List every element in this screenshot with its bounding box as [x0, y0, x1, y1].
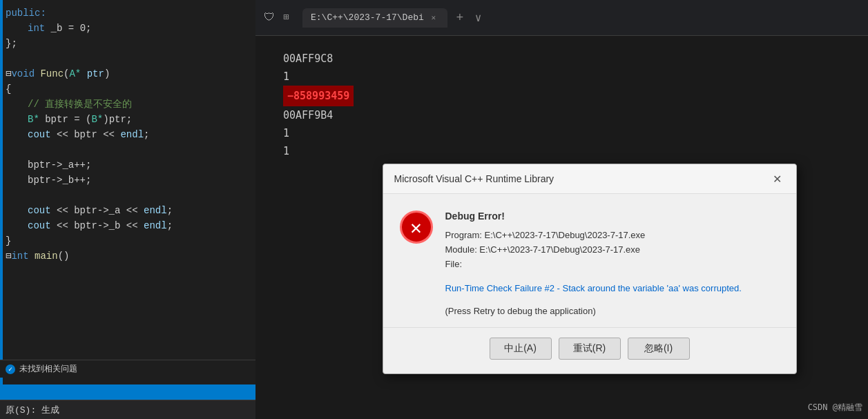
tab-close-button[interactable]: ✕ — [428, 12, 439, 23]
code-token: // 直接转换是不安全的 — [28, 97, 132, 112]
code-line: ⊟ void Func ( A* ptr ) — [0, 66, 255, 81]
code-editor-panel: public: int _b = 0; }; ⊟ void Func ( A* … — [0, 0, 255, 419]
code-token: endl — [144, 203, 167, 218]
code-token: }; — [6, 36, 17, 51]
tab-menu-icon[interactable]: ∨ — [475, 11, 482, 25]
csdn-watermark: CSDN @精融雪 — [808, 402, 862, 413]
code-line: }; — [0, 36, 255, 51]
code-token: cout — [28, 203, 51, 218]
code-token: main — [35, 249, 58, 264]
code-token: () — [58, 249, 70, 264]
console-line: 1 — [283, 124, 840, 142]
dialog-program-line: Program: E:\C++\2023-7-17\Debug\2023-7-1… — [445, 228, 780, 271]
code-line: cout << bptr->_a << endl ; — [0, 203, 255, 218]
console-line: 1 — [283, 142, 840, 160]
console-line: 00AFF9B4 — [283, 106, 840, 124]
code-token: } — [6, 233, 11, 249]
code-line: bptr->_a++; — [0, 157, 255, 173]
code-token: A* — [69, 66, 81, 81]
code-token: endl — [120, 127, 144, 142]
code-line: // 直接转换是不安全的 — [0, 97, 255, 112]
error-dialog: Microsoft Visual C++ Runtime Library ✕ ✕… — [383, 164, 797, 373]
code-line — [0, 51, 255, 66]
code-line — [0, 188, 255, 203]
code-token: ptr — [81, 66, 104, 81]
code-token: B* — [28, 112, 39, 127]
code-token: bptr->_b++; — [28, 173, 91, 188]
error-icon: ✕ — [400, 211, 433, 244]
code-line: public: — [0, 6, 255, 21]
code-token: int — [28, 21, 45, 36]
dialog-error-message: Run-Time Check Failure #2 - Stack around… — [445, 282, 780, 296]
code-token: endl — [144, 218, 167, 233]
new-tab-button[interactable]: + — [450, 8, 470, 28]
code-token: { — [6, 81, 11, 97]
code-token: public: — [6, 6, 46, 21]
file-text: File: — [445, 259, 463, 269]
abort-button[interactable]: 中止(A) — [490, 338, 552, 360]
status-item: ✓ 未找到相关问题 — [0, 360, 255, 378]
retry-button[interactable]: 重试(R) — [559, 338, 621, 360]
console-line: 00AFF9C8 — [283, 50, 840, 68]
dialog-close-button[interactable]: ✕ — [770, 171, 785, 186]
dialog-buttons: 中止(A) 重试(R) 忽略(I) — [383, 327, 796, 373]
code-line: ⊟ int main () — [0, 249, 255, 264]
code-token: bptr->_a++; — [28, 157, 91, 173]
dialog-title: Microsoft Visual C++ Runtime Library — [394, 173, 554, 184]
code-line: B* bptr = ( B* )ptr; — [0, 112, 255, 127]
code-token: ⊟ — [6, 249, 11, 264]
code-token: << bptr->_a << — [51, 203, 144, 218]
browser-tab[interactable]: E:\C++\2023-7-17\Debi ✕ — [302, 8, 447, 28]
code-token: ; — [144, 127, 149, 142]
code-token: << bptr->_b << — [51, 218, 144, 233]
generation-bar: 原(S): 生成 — [0, 400, 255, 419]
code-line: int _b = 0; — [0, 21, 255, 36]
dialog-text-area: Debug Error! Program: E:\C++\2023-7-17\D… — [445, 211, 780, 315]
status-area: ✓ 未找到相关问题 — [0, 360, 255, 378]
module-text: Module: E:\C++\2023-7-17\Debug\2023-7-17… — [445, 244, 641, 255]
console-line-highlighted: −858993459 — [283, 86, 840, 106]
code-line: cout << bptr->_b << endl ; — [0, 218, 255, 233]
tab-bar: E:\C++\2023-7-17\Debi ✕ + ∨ — [302, 6, 481, 30]
ignore-button[interactable]: 忽略(I) — [628, 338, 690, 360]
code-line — [0, 142, 255, 157]
code-line: { — [0, 81, 255, 97]
code-content: public: int _b = 0; }; ⊟ void Func ( A* … — [0, 0, 255, 269]
code-token: ⊟ — [6, 66, 11, 81]
status-dot: ✓ — [6, 364, 15, 374]
code-token: ) — [104, 66, 110, 81]
shield-icon: 🛡 — [264, 11, 278, 25]
browser-icon-square: ⊞ — [283, 11, 297, 25]
code-line: cout << bptr << endl ; — [0, 127, 255, 142]
dialog-titlebar: Microsoft Visual C++ Runtime Library ✕ — [383, 164, 796, 194]
code-token: B* — [91, 112, 103, 127]
dialog-error-title: Debug Error! — [445, 211, 780, 222]
console-line: 1 — [283, 68, 840, 86]
dialog-body: ✕ Debug Error! Program: E:\C++\2023-7-17… — [383, 194, 796, 327]
code-token: cout — [28, 127, 51, 142]
code-token: _b = 0; — [45, 21, 91, 36]
right-panel: 🛡 ⊞ E:\C++\2023-7-17\Debi ✕ + ∨ 00AFF9C8… — [255, 0, 868, 419]
code-token: ; — [167, 203, 173, 218]
browser-chrome: 🛡 ⊞ E:\C++\2023-7-17\Debi ✕ + ∨ — [255, 0, 868, 36]
code-token: int — [11, 249, 28, 264]
program-text: Program: E:\C++\2023-7-17\Debug\2023-7-1… — [445, 230, 646, 240]
tab-title: E:\C++\2023-7-17\Debi — [311, 12, 424, 23]
code-token: ( — [64, 66, 69, 81]
status-text: 未找到相关问题 — [19, 363, 77, 375]
dialog-hint: (Press Retry to debug the application) — [445, 306, 780, 316]
highlighted-value: −858993459 — [283, 86, 354, 106]
code-token: ; — [167, 218, 173, 233]
code-token: cout — [28, 218, 51, 233]
code-token: << bptr << — [51, 127, 121, 142]
code-token — [35, 66, 40, 81]
code-token: void — [11, 66, 35, 81]
code-token: bptr = ( — [39, 112, 92, 127]
code-token: )ptr; — [103, 112, 132, 127]
code-line: } — [0, 233, 255, 249]
code-token — [29, 249, 35, 264]
browser-content: 00AFF9C8 1 −858993459 00AFF9B4 1 1 Micro… — [255, 36, 868, 419]
code-line: bptr->_b++; — [0, 173, 255, 188]
error-icon-container: ✕ — [400, 211, 433, 244]
blue-bar — [0, 384, 255, 400]
